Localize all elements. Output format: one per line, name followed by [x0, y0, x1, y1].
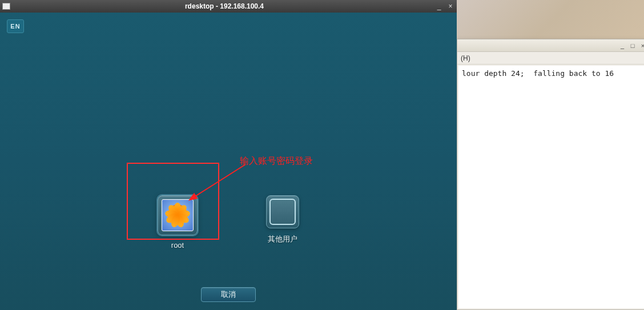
user-tile-label: 其他用户 [268, 234, 297, 244]
terminal-maximize-button[interactable]: □ [629, 42, 637, 49]
user-tile-label: root [171, 241, 184, 249]
close-button[interactable]: × [446, 2, 454, 10]
user-tile-other[interactable]: 其他用户 [266, 195, 299, 249]
rdesktop-window: rdesktop - 192.168.100.4 _ × EN root [0, 0, 457, 310]
terminal-menu-item-help[interactable]: (H) [461, 54, 470, 62]
ime-indicator[interactable]: EN [7, 19, 24, 33]
window-title: rdesktop - 192.168.100.4 [14, 2, 435, 10]
minimize-button[interactable]: _ [435, 2, 443, 10]
other-user-frame [266, 195, 299, 228]
cancel-button[interactable]: 取消 [201, 287, 256, 302]
blank-user-icon [269, 199, 296, 225]
login-screen: EN root 其他用户 取消 [0, 13, 457, 310]
user-tiles-row: root 其他用户 [0, 195, 457, 249]
user-avatar-frame [158, 195, 198, 235]
terminal-menubar[interactable]: (H) [457, 52, 644, 65]
terminal-output[interactable]: lour depth 24; falling back to 16 [458, 66, 644, 308]
cancel-button-label: 取消 [221, 289, 236, 300]
flower-avatar-icon [162, 199, 194, 231]
titlebar[interactable]: rdesktop - 192.168.100.4 _ × [0, 0, 457, 13]
terminal-window: _ □ × (H) lour depth 24; falling back to… [457, 39, 644, 310]
terminal-titlebar[interactable]: _ □ × [457, 39, 644, 52]
window-icon [2, 3, 10, 10]
terminal-minimize-button[interactable]: _ [618, 42, 626, 49]
terminal-close-button[interactable]: × [639, 42, 644, 49]
user-tile-root[interactable]: root [158, 195, 198, 249]
